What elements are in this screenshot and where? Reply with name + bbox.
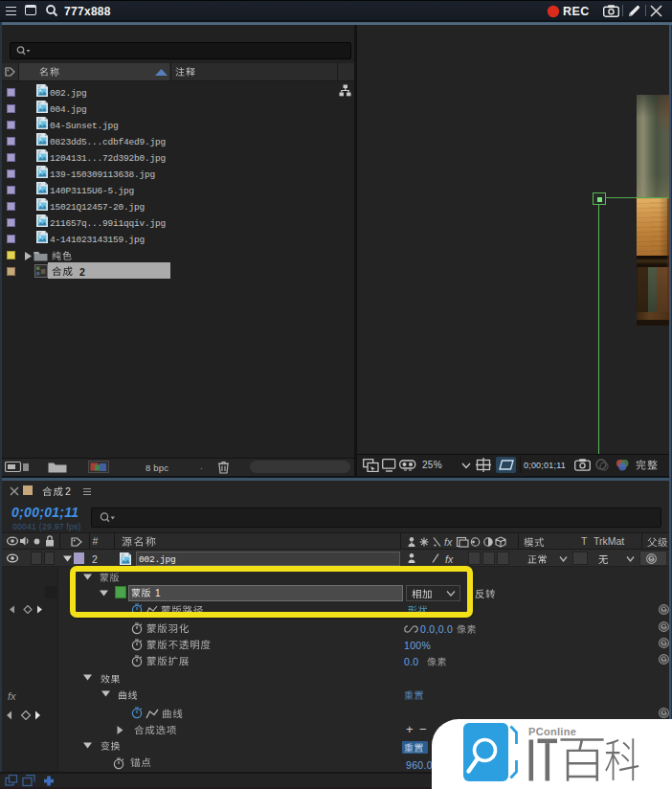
svg-text:fx: fx: [444, 536, 453, 548]
svg-text:fx: fx: [445, 553, 454, 565]
